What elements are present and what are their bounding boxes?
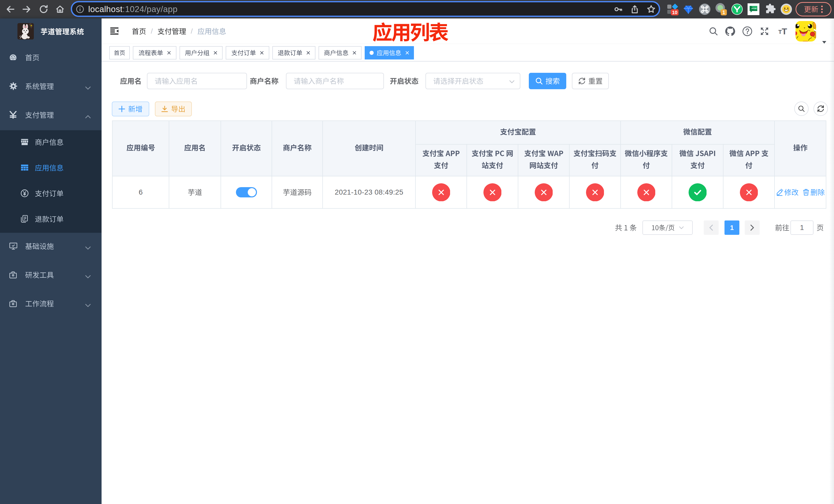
svg-text:10: 10 [672, 10, 677, 15]
svg-text:1: 1 [722, 9, 725, 15]
